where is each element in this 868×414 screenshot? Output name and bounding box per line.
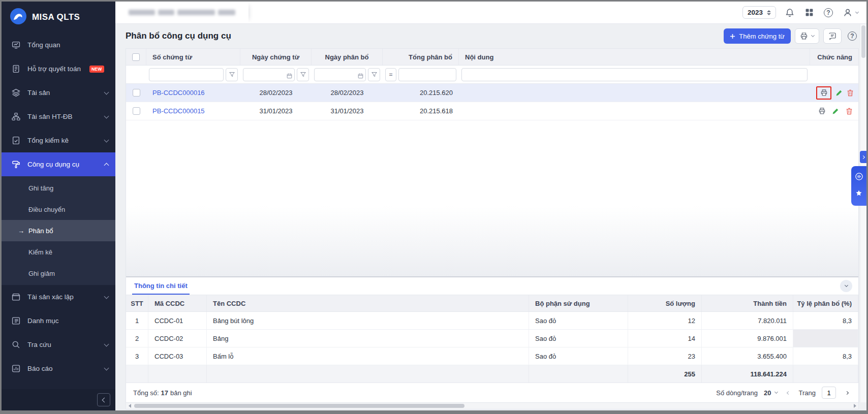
col-ngay-chung-tu[interactable]: Ngày chứng từ — [240, 49, 312, 65]
expand-panel-button[interactable] — [860, 151, 866, 163]
scrollbar-thumb[interactable] — [861, 25, 865, 58]
add-voucher-button[interactable]: Thêm chứng từ — [724, 28, 791, 44]
delete-row-button[interactable] — [844, 106, 854, 116]
submenu-item-phan-bo[interactable]: → Phân bổ — [2, 220, 115, 241]
lookup-icon — [11, 340, 21, 349]
apps-grid-button[interactable] — [803, 7, 815, 18]
print-menu-button[interactable] — [795, 28, 819, 44]
col-thanh-tien[interactable]: Thành tiền — [702, 295, 793, 311]
print-row-button[interactable] — [819, 88, 829, 98]
table-row[interactable]: PB-CCDC000015 31/01/2023 31/01/2023 20.2… — [126, 102, 858, 120]
col-noi-dung[interactable]: Nội dung — [459, 49, 810, 65]
rating-icon[interactable] — [855, 189, 863, 200]
col-bo-phan-su-dung[interactable]: Bộ phận sử dụng — [529, 295, 628, 311]
col-so-chung-tu[interactable]: Số chứng từ — [146, 49, 240, 65]
spinner-down-icon[interactable] — [767, 13, 771, 15]
row-checkbox[interactable] — [133, 107, 140, 115]
equals-operator-button[interactable]: = — [385, 68, 396, 81]
tong-phan-bo-value: 20.215.620 — [383, 84, 459, 102]
page-number-input[interactable] — [822, 387, 836, 399]
funnel-icon — [229, 72, 235, 77]
row-checkbox[interactable] — [133, 89, 140, 97]
collapse-sidebar-button[interactable] — [97, 393, 110, 406]
voucher-link[interactable]: PB-CCDC000015 — [152, 107, 205, 115]
scroll-right-button[interactable] — [851, 404, 858, 408]
delete-row-button[interactable] — [847, 88, 855, 98]
scrollbar-track[interactable] — [133, 403, 851, 409]
notifications-button[interactable] — [784, 7, 795, 18]
spinner-up-icon[interactable] — [767, 10, 771, 12]
assistant-widget[interactable] — [851, 166, 866, 206]
rows-per-page-select[interactable]: 20 — [764, 389, 777, 397]
fiscal-year-selector[interactable]: 2023 — [742, 6, 776, 19]
filter-funnel-button[interactable] — [368, 68, 380, 81]
sidebar-footer — [2, 389, 115, 410]
empty-space — [126, 120, 858, 276]
filter-ngay-phan-bo-input[interactable] — [314, 68, 366, 81]
sidebar-item-cong-cu-dung-cu[interactable]: Công cụ dụng cụ — [2, 152, 115, 176]
col-ty-le-phan-bo[interactable]: Tỷ lệ phân bổ (%) — [793, 295, 858, 311]
next-page-button[interactable] — [842, 388, 851, 397]
total-label: Tổng số: — [133, 389, 159, 397]
submenu-item-ghi-tang[interactable]: Ghi tăng — [2, 177, 115, 199]
filter-check-cell — [126, 66, 146, 83]
tools-icon — [11, 160, 21, 169]
help-button[interactable]: ? — [823, 7, 834, 18]
col-so-luong[interactable]: Số lượng — [628, 295, 702, 311]
filter-funnel-button[interactable] — [297, 68, 309, 81]
sidebar-item-tong-quan[interactable]: Tổng quan — [2, 33, 115, 57]
submenu-item-dieu-chuyen[interactable]: Điều chuyển — [2, 199, 115, 220]
filter-noi-dung-input[interactable] — [461, 68, 808, 81]
sidebar-item-tai-san-xac-lap[interactable]: Tài sản xác lập — [2, 285, 115, 309]
delete-icon — [846, 108, 853, 115]
collapse-detail-button[interactable] — [840, 280, 852, 292]
col-ten-ccdc[interactable]: Tên CCDC — [207, 295, 529, 311]
edit-row-button[interactable] — [830, 106, 841, 116]
sidebar-item-tai-san-ht-db[interactable]: Tài sản HT-ĐB — [2, 105, 115, 129]
col-ngay-phan-bo[interactable]: Ngày phân bổ — [312, 49, 383, 65]
vertical-scrollbar[interactable] — [860, 24, 866, 402]
assistant-icon[interactable] — [855, 172, 863, 183]
sidebar-item-ho-tro-quyet-toan[interactable]: Hỗ trợ quyết toán NEW — [2, 57, 115, 81]
year-spinner[interactable] — [767, 10, 771, 15]
table-row[interactable]: PB-CCDC000016 28/02/2023 28/02/2023 20.2… — [126, 84, 858, 102]
redacted-org-name — [129, 10, 235, 15]
detail-row[interactable]: 3 CCDC-03 Bấm lỗ Sao đỏ 23 3.655.400 8,3 — [126, 347, 858, 365]
sidebar-item-tong-kiem-ke[interactable]: Tổng kiểm kê — [2, 129, 115, 152]
voucher-link[interactable]: PB-CCDC000016 — [152, 89, 205, 97]
edit-row-button[interactable] — [835, 88, 843, 98]
select-all-checkbox[interactable] — [132, 53, 140, 61]
filter-funnel-button[interactable] — [226, 68, 238, 81]
org-name-tab[interactable] — [115, 2, 249, 23]
horizontal-scrollbar[interactable] — [126, 403, 859, 409]
scrollbar-thumb[interactable] — [134, 404, 464, 408]
feedback-button[interactable] — [823, 28, 842, 44]
filter-ngay-chung-tu-input[interactable] — [243, 68, 295, 81]
detail-row[interactable]: 2 CCDC-02 Bảng Sao đỏ 14 9.876.001 — [126, 330, 858, 347]
chevron-down-icon — [104, 365, 109, 370]
prev-page-button[interactable] — [784, 388, 793, 397]
sidebar-item-tra-cuu[interactable]: Tra cứu — [2, 333, 115, 357]
chevron-down-icon — [104, 113, 109, 118]
page-label: Trang — [799, 389, 816, 397]
user-menu[interactable] — [842, 7, 858, 18]
filter-tong-phan-bo-input[interactable] — [398, 68, 456, 81]
tab-thong-tin-chi-tiet[interactable]: Thông tin chi tiết — [132, 277, 190, 295]
assets-icon — [11, 88, 21, 97]
assets-htdb-icon — [11, 112, 21, 121]
scroll-left-button[interactable] — [126, 404, 133, 408]
row-actions — [810, 84, 858, 102]
col-ma-ccdc[interactable]: Mã CCDC — [148, 295, 207, 311]
chevron-right-icon — [861, 155, 865, 158]
filter-so-chung-tu-input[interactable] — [149, 68, 224, 81]
triangle-right-icon — [854, 404, 856, 408]
sidebar-item-bao-cao[interactable]: Báo cáo — [2, 357, 115, 380]
sidebar-item-tai-san[interactable]: Tài sản — [2, 81, 115, 105]
submenu-item-kiem-ke[interactable]: Kiểm kê — [2, 241, 115, 263]
sidebar-item-danh-muc[interactable]: Danh mục — [2, 309, 115, 333]
submenu-item-ghi-giam[interactable]: Ghi giảm — [2, 263, 115, 284]
page-help-button[interactable]: ? — [846, 29, 859, 43]
detail-row[interactable]: 1 CCDC-01 Bảng bút lông Sao đỏ 12 7.820.… — [126, 312, 858, 330]
col-tong-phan-bo[interactable]: Tổng phân bổ — [383, 49, 459, 65]
print-row-button[interactable] — [817, 106, 827, 116]
